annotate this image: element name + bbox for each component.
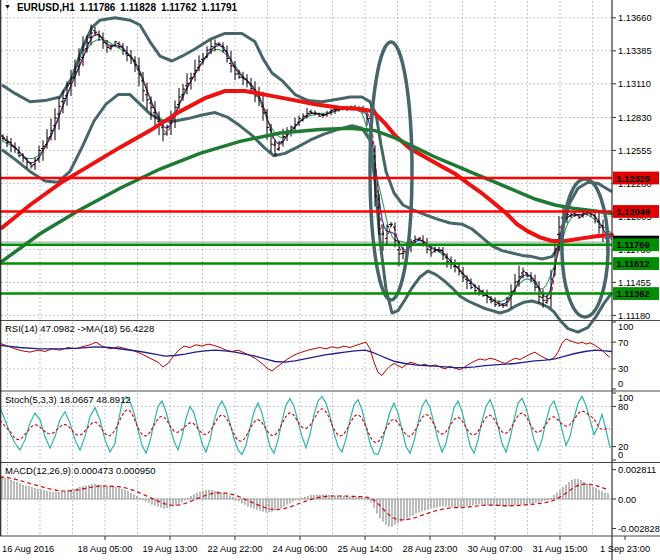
time-axis-label: 16 Aug 2016 [2, 544, 54, 554]
macd-hist-bar [574, 479, 575, 499]
macd-hist-bar [562, 488, 563, 499]
macd-hist-bar [4, 478, 5, 499]
macd-hist-bar [388, 499, 389, 526]
macd-hist-bar [598, 490, 599, 499]
ohlc-close: 1.11791 [202, 2, 238, 13]
macd-hist-bar [79, 488, 80, 499]
macd-hist-bar [130, 493, 131, 499]
macd-hist-bar [265, 499, 266, 513]
macd-hist-bar [13, 482, 14, 500]
macd-hist-bar [460, 499, 461, 507]
price-badge-green: 1.11612 [613, 257, 659, 270]
trading-chart-window: 1.136601.133851.131101.128301.125551.122… [0, 0, 660, 560]
price-badge-red: 1.12046 [613, 205, 659, 218]
time-axis-label: 25 Aug 14:00 [338, 544, 393, 554]
macd-pane-label: MACD(12,26,9) 0.000473 0.000950 [5, 465, 156, 476]
time-axis-label: 22 Aug 22:00 [208, 544, 263, 554]
macd-hist-bar [532, 499, 533, 503]
macd-hist-bar [67, 491, 68, 499]
macd-scale-label: 0.002811 [618, 465, 656, 475]
macd-hist-bar [22, 485, 23, 499]
macd-hist-bar [40, 490, 41, 499]
macd-hist-bar [400, 499, 401, 521]
macd-hist-bar [241, 499, 242, 503]
macd-hist-bar [121, 489, 122, 499]
macd-hist-bar [478, 499, 479, 504]
macd-hist-bar [589, 485, 590, 499]
macd-hist-bar [397, 499, 398, 523]
macd-hist-bar [406, 499, 407, 518]
macd-hist-bar [1, 478, 2, 499]
macd-hist-bar [175, 499, 176, 505]
macd-hist-bar [412, 499, 413, 515]
ohlc-open: 1.11786 [80, 2, 116, 13]
macd-hist-bar [427, 499, 428, 509]
macd-hist-bar [139, 498, 140, 499]
macd-hist-bar [496, 499, 497, 505]
ohlc-high: 1.11828 [120, 2, 156, 13]
macd-hist-bar [253, 499, 254, 508]
chevron-down-icon[interactable]: ▼ [4, 3, 11, 10]
macd-hist-bar [328, 495, 329, 499]
macd-hist-bar [52, 492, 53, 499]
price-axis-label: 1.11180 [618, 311, 650, 321]
macd-hist-bar [226, 495, 227, 499]
macd-hist-bar [19, 484, 20, 499]
macd-hist-bar [382, 499, 383, 522]
rsi-scale-label: 0 [618, 379, 623, 389]
macd-hist-bar [448, 499, 449, 506]
macd-hist-bar [151, 499, 152, 504]
macd-hist-bar [25, 486, 26, 499]
macd-hist-bar [37, 489, 38, 499]
macd-hist-bar [166, 499, 167, 508]
macd-hist-bar [280, 499, 281, 508]
macd-hist-bar [556, 493, 557, 499]
macd-hist-bar [514, 499, 515, 505]
macd-hist-bar [208, 491, 209, 499]
macd-hist-bar [307, 496, 308, 499]
macd-hist-bar [454, 499, 455, 507]
macd-hist-bar [292, 499, 293, 502]
chart-canvas[interactable]: 1.136601.133851.131101.128301.125551.122… [0, 0, 660, 560]
macd-hist-bar [523, 499, 524, 504]
price-axis-label: 1.12830 [618, 113, 652, 123]
macd-hist-bar [352, 497, 353, 499]
macd-hist-bar [157, 499, 158, 506]
macd-hist-bar [469, 499, 470, 506]
price-axis-label: 1.12555 [618, 146, 652, 156]
macd-hist-bar [16, 483, 17, 499]
macd-hist-bar [403, 499, 404, 520]
price-axis-label: 1.13385 [618, 46, 652, 56]
macd-hist-bar [430, 499, 431, 508]
price-badge-label: 1.11769 [617, 240, 650, 250]
macd-hist-bar [583, 482, 584, 499]
macd-hist-bar [481, 499, 482, 504]
macd-hist-bar [94, 484, 95, 499]
macd-hist-bar [508, 499, 509, 506]
macd-hist-bar [169, 499, 170, 507]
macd-hist-bar [568, 483, 569, 499]
time-axis-label: 24 Aug 06:00 [273, 544, 328, 554]
macd-hist-bar [49, 492, 50, 499]
macd-hist-bar [490, 499, 491, 505]
macd-hist-bar [262, 499, 263, 512]
macd-hist-bar [190, 496, 191, 499]
stoch-scale-label: 0 [618, 450, 623, 460]
macd-hist-bar [424, 499, 425, 510]
macd-hist-bar [409, 499, 410, 517]
macd-hist-bar [61, 492, 62, 499]
macd-hist-bar [202, 492, 203, 499]
macd-hist-bar [286, 499, 287, 505]
macd-hist-bar [484, 499, 485, 504]
macd-hist-bar [421, 499, 422, 511]
macd-hist-bar [415, 499, 416, 514]
macd-hist-bar [436, 499, 437, 507]
macd-hist-bar [118, 488, 119, 499]
macd-hist-bar [439, 499, 440, 507]
price-axis-label: 1.13660 [618, 13, 652, 23]
macd-hist-bar [124, 490, 125, 499]
macd-hist-bar [232, 497, 233, 499]
macd-hist-bar [379, 499, 380, 518]
rsi-scale-label: 70 [618, 338, 628, 348]
price-badge-label: 1.12046 [617, 207, 651, 217]
